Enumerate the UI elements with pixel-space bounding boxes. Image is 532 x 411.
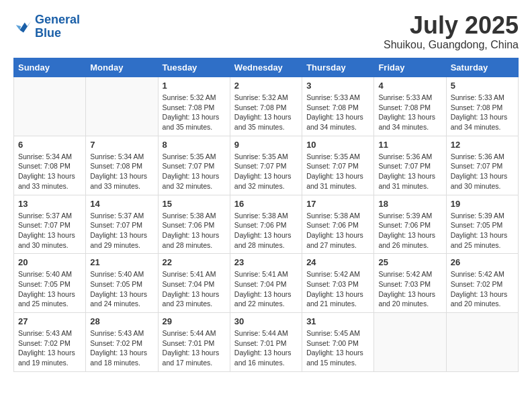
calendar-cell: 30Sunrise: 5:44 AMSunset: 7:01 PMDayligh… (230, 313, 302, 372)
day-info: Sunrise: 5:44 AMSunset: 7:01 PMDaylight:… (234, 328, 298, 368)
title-block: July 2025 Shuikou, Guangdong, China (384, 13, 519, 51)
week-row-3: 13Sunrise: 5:37 AMSunset: 7:07 PMDayligh… (14, 195, 519, 254)
calendar-cell: 17Sunrise: 5:38 AMSunset: 7:06 PMDayligh… (302, 195, 374, 254)
calendar-cell (374, 313, 446, 372)
day-number: 11 (378, 140, 441, 150)
calendar-cell: 20Sunrise: 5:40 AMSunset: 7:05 PMDayligh… (14, 254, 86, 313)
day-info: Sunrise: 5:37 AMSunset: 7:07 PMDaylight:… (90, 211, 153, 250)
day-info: Sunrise: 5:35 AMSunset: 7:07 PMDaylight:… (234, 152, 298, 191)
calendar-cell: 10Sunrise: 5:35 AMSunset: 7:07 PMDayligh… (302, 136, 374, 195)
calendar-cell: 25Sunrise: 5:42 AMSunset: 7:03 PMDayligh… (374, 254, 446, 313)
day-info: Sunrise: 5:38 AMSunset: 7:06 PMDaylight:… (306, 211, 369, 250)
calendar-cell: 26Sunrise: 5:42 AMSunset: 7:02 PMDayligh… (446, 254, 518, 313)
calendar-cell: 29Sunrise: 5:44 AMSunset: 7:01 PMDayligh… (158, 313, 230, 372)
calendar-cell: 11Sunrise: 5:36 AMSunset: 7:07 PMDayligh… (374, 136, 446, 195)
day-number: 22 (163, 257, 226, 267)
day-info: Sunrise: 5:45 AMSunset: 7:00 PMDaylight:… (306, 328, 369, 368)
day-number: 1 (163, 81, 226, 91)
month-title: July 2025 (384, 13, 519, 38)
day-info: Sunrise: 5:32 AMSunset: 7:08 PMDaylight:… (163, 93, 226, 132)
day-info: Sunrise: 5:39 AMSunset: 7:06 PMDaylight:… (378, 211, 441, 250)
day-number: 31 (306, 316, 369, 326)
day-number: 20 (18, 257, 81, 267)
day-info: Sunrise: 5:35 AMSunset: 7:07 PMDaylight:… (306, 152, 369, 191)
calendar-cell: 21Sunrise: 5:40 AMSunset: 7:05 PMDayligh… (86, 254, 158, 313)
calendar-cell (86, 77, 158, 136)
day-number: 23 (234, 257, 298, 267)
day-number: 27 (18, 316, 81, 326)
calendar-cell: 22Sunrise: 5:41 AMSunset: 7:04 PMDayligh… (158, 254, 230, 313)
day-info: Sunrise: 5:41 AMSunset: 7:04 PMDaylight:… (234, 269, 298, 309)
day-number: 21 (90, 257, 153, 267)
day-number: 5 (451, 81, 514, 91)
calendar-cell: 3Sunrise: 5:33 AMSunset: 7:08 PMDaylight… (302, 77, 374, 136)
logo-icon (13, 17, 32, 36)
calendar-header-thursday: Thursday (302, 58, 374, 77)
day-number: 25 (378, 257, 441, 267)
day-info: Sunrise: 5:33 AMSunset: 7:08 PMDaylight:… (378, 93, 441, 132)
day-number: 30 (234, 316, 298, 326)
week-row-4: 20Sunrise: 5:40 AMSunset: 7:05 PMDayligh… (14, 254, 519, 313)
day-number: 19 (451, 199, 514, 209)
calendar-cell: 14Sunrise: 5:37 AMSunset: 7:07 PMDayligh… (86, 195, 158, 254)
day-info: Sunrise: 5:32 AMSunset: 7:08 PMDaylight:… (234, 93, 298, 132)
day-number: 26 (451, 257, 514, 267)
calendar-cell: 28Sunrise: 5:43 AMSunset: 7:02 PMDayligh… (86, 313, 158, 372)
calendar-cell: 8Sunrise: 5:35 AMSunset: 7:07 PMDaylight… (158, 136, 230, 195)
calendar-header-monday: Monday (86, 58, 158, 77)
calendar-table: SundayMondayTuesdayWednesdayThursdayFrid… (13, 58, 519, 372)
calendar-cell: 16Sunrise: 5:38 AMSunset: 7:06 PMDayligh… (230, 195, 302, 254)
calendar-cell: 13Sunrise: 5:37 AMSunset: 7:07 PMDayligh… (14, 195, 86, 254)
calendar-cell: 4Sunrise: 5:33 AMSunset: 7:08 PMDaylight… (374, 77, 446, 136)
day-number: 8 (163, 140, 226, 150)
week-row-2: 6Sunrise: 5:34 AMSunset: 7:08 PMDaylight… (14, 136, 519, 195)
calendar-cell: 15Sunrise: 5:38 AMSunset: 7:06 PMDayligh… (158, 195, 230, 254)
calendar-header-friday: Friday (374, 58, 446, 77)
day-number: 24 (306, 257, 369, 267)
calendar-header-sunday: Sunday (14, 58, 86, 77)
calendar-cell: 9Sunrise: 5:35 AMSunset: 7:07 PMDaylight… (230, 136, 302, 195)
calendar-cell: 1Sunrise: 5:32 AMSunset: 7:08 PMDaylight… (158, 77, 230, 136)
week-row-1: 1Sunrise: 5:32 AMSunset: 7:08 PMDaylight… (14, 77, 519, 136)
day-info: Sunrise: 5:42 AMSunset: 7:03 PMDaylight:… (306, 269, 369, 309)
day-info: Sunrise: 5:33 AMSunset: 7:08 PMDaylight:… (451, 93, 514, 132)
day-info: Sunrise: 5:36 AMSunset: 7:07 PMDaylight:… (451, 152, 514, 191)
day-number: 17 (306, 199, 369, 209)
calendar-cell: 27Sunrise: 5:43 AMSunset: 7:02 PMDayligh… (14, 313, 86, 372)
calendar-cell: 12Sunrise: 5:36 AMSunset: 7:07 PMDayligh… (446, 136, 518, 195)
location: Shuikou, Guangdong, China (384, 39, 519, 51)
day-info: Sunrise: 5:44 AMSunset: 7:01 PMDaylight:… (163, 328, 226, 368)
day-info: Sunrise: 5:37 AMSunset: 7:07 PMDaylight:… (18, 211, 81, 250)
day-number: 29 (163, 316, 226, 326)
calendar-cell: 18Sunrise: 5:39 AMSunset: 7:06 PMDayligh… (374, 195, 446, 254)
calendar-cell: 6Sunrise: 5:34 AMSunset: 7:08 PMDaylight… (14, 136, 86, 195)
day-info: Sunrise: 5:38 AMSunset: 7:06 PMDaylight:… (163, 211, 226, 250)
calendar-cell: 7Sunrise: 5:34 AMSunset: 7:08 PMDaylight… (86, 136, 158, 195)
day-number: 13 (18, 199, 81, 209)
day-number: 28 (90, 316, 153, 326)
day-info: Sunrise: 5:34 AMSunset: 7:08 PMDaylight:… (18, 152, 81, 191)
calendar-cell: 31Sunrise: 5:45 AMSunset: 7:00 PMDayligh… (302, 313, 374, 372)
day-number: 4 (378, 81, 441, 91)
day-info: Sunrise: 5:41 AMSunset: 7:04 PMDaylight:… (163, 269, 226, 309)
calendar-cell: 2Sunrise: 5:32 AMSunset: 7:08 PMDaylight… (230, 77, 302, 136)
week-row-5: 27Sunrise: 5:43 AMSunset: 7:02 PMDayligh… (14, 313, 519, 372)
calendar-cell: 5Sunrise: 5:33 AMSunset: 7:08 PMDaylight… (446, 77, 518, 136)
logo-text: General Blue (35, 13, 80, 40)
day-info: Sunrise: 5:34 AMSunset: 7:08 PMDaylight:… (90, 152, 153, 191)
day-number: 6 (18, 140, 81, 150)
day-info: Sunrise: 5:38 AMSunset: 7:06 PMDaylight:… (234, 211, 298, 250)
day-info: Sunrise: 5:43 AMSunset: 7:02 PMDaylight:… (90, 328, 153, 368)
svg-marker-1 (16, 25, 21, 30)
day-info: Sunrise: 5:42 AMSunset: 7:02 PMDaylight:… (451, 269, 514, 309)
day-number: 7 (90, 140, 153, 150)
day-number: 2 (234, 81, 298, 91)
day-info: Sunrise: 5:40 AMSunset: 7:05 PMDaylight:… (18, 269, 81, 309)
calendar-cell: 23Sunrise: 5:41 AMSunset: 7:04 PMDayligh… (230, 254, 302, 313)
day-info: Sunrise: 5:36 AMSunset: 7:07 PMDaylight:… (378, 152, 441, 191)
day-info: Sunrise: 5:43 AMSunset: 7:02 PMDaylight:… (18, 328, 81, 368)
calendar-cell: 19Sunrise: 5:39 AMSunset: 7:05 PMDayligh… (446, 195, 518, 254)
calendar-header-saturday: Saturday (446, 58, 518, 77)
day-info: Sunrise: 5:42 AMSunset: 7:03 PMDaylight:… (378, 269, 441, 309)
day-info: Sunrise: 5:35 AMSunset: 7:07 PMDaylight:… (163, 152, 226, 191)
